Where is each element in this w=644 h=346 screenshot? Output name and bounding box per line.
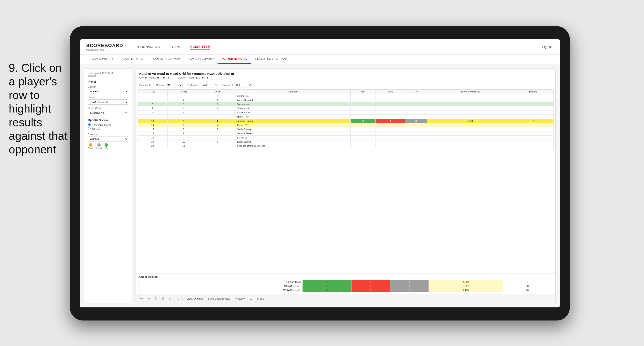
table-cell xyxy=(405,123,427,127)
sub-nav-team-h2h-grid[interactable]: TEAM H2H GRID xyxy=(117,54,147,64)
ood-rounds: 30 xyxy=(503,284,552,288)
ood-rounds: 2 xyxy=(503,280,552,284)
table-cell xyxy=(405,94,427,98)
table-row[interactable]: 31Esther Lee xyxy=(138,94,554,98)
logo-sub: Powered by clippi xyxy=(86,48,123,51)
table-cell: 20 xyxy=(138,144,168,148)
gender-select[interactable]: Women's xyxy=(88,89,128,94)
watch-button[interactable]: Watch ▾ xyxy=(234,297,246,301)
table-row[interactable]: Haejji Hyun xyxy=(138,115,554,119)
out-of-division: Out of division Foreign Team1004.5002NAI… xyxy=(136,273,555,294)
table-row[interactable]: 613Sydney Kuo xyxy=(138,102,554,106)
opponents-played-option[interactable]: Opponents Played xyxy=(88,123,128,126)
table-cell xyxy=(427,111,513,115)
table-cell: 3 xyxy=(200,111,236,115)
table-row[interactable]: 1822Euna Lee xyxy=(138,136,554,140)
table-cell: 4 xyxy=(200,106,236,111)
col-loss: Loss xyxy=(376,90,405,94)
player-rank-select[interactable]: 8. Katelyn Vo xyxy=(88,110,128,115)
table-cell xyxy=(376,98,405,102)
table-row[interactable]: 1063Andrea York xyxy=(138,111,554,115)
col-opponent: Opponent xyxy=(236,90,350,94)
ood-row[interactable]: NAIA Division 115009.26730 xyxy=(140,284,552,288)
division-select[interactable]: NCAA Division III xyxy=(88,99,128,105)
opponent-view-title: Opponent view xyxy=(88,118,128,122)
nav-item-tournaments[interactable]: TOURNAMENTS xyxy=(136,44,162,50)
sub-nav-team-h2h-heatmap[interactable]: TEAM H2H HEATMAP xyxy=(147,54,184,64)
table-cell: Euna Lee xyxy=(236,136,350,140)
table-cell xyxy=(350,144,376,148)
sub-nav-team-summary[interactable]: TEAM SUMMARY xyxy=(86,54,117,64)
legend-up: Up xyxy=(104,143,108,150)
table-row[interactable]: 20117Federica Domecq Lacroze xyxy=(138,144,554,148)
table-cell xyxy=(427,132,513,136)
redo-button[interactable]: ↪ xyxy=(146,296,151,301)
table-row[interactable]: 914Sharon Mun xyxy=(138,106,554,111)
table-row[interactable]: 1474Eunice Yi xyxy=(138,123,554,127)
opponent-select[interactable]: (All) xyxy=(234,83,252,87)
table-cell xyxy=(427,106,513,111)
table-cell: 1 xyxy=(376,119,405,123)
nav-item-committee[interactable]: COMMITTEE xyxy=(190,44,210,50)
table-cell xyxy=(513,132,554,136)
table-cell: Stella Cheng xyxy=(236,127,350,132)
table-cell: Federica Domecq Lacroze xyxy=(236,144,350,148)
table-cell: 2 xyxy=(200,136,236,140)
table-cell: 2 xyxy=(168,136,200,140)
sub-nav-player-h2h-grid[interactable]: PLAYER H2H GRID xyxy=(218,54,251,64)
table-cell: 16 xyxy=(138,132,168,136)
ood-diff: 4.500 xyxy=(428,280,503,284)
table-cell: 6 xyxy=(168,111,200,115)
table-cell xyxy=(350,106,376,111)
table-cell: 14 xyxy=(138,123,168,127)
table-row[interactable]: 1691Jessica Mason xyxy=(138,132,554,136)
table-cell: Eunice Yi xyxy=(236,123,350,127)
ood-diff: 9.267 xyxy=(428,284,503,288)
sub-nav-player-summary[interactable]: PLAYER SUMMARY xyxy=(184,54,218,64)
share-button[interactable]: Share xyxy=(256,297,266,301)
ood-table: Foreign Team1004.5002NAIA Division 11500… xyxy=(139,280,552,292)
sign-out-button[interactable]: Sign out xyxy=(542,45,554,49)
legend: Down Level Up xyxy=(88,143,128,150)
table-cell xyxy=(376,123,405,127)
undo-button[interactable]: ↩ xyxy=(139,296,144,301)
circle-button[interactable]: ○ xyxy=(168,296,172,301)
conference-label: Conference xyxy=(187,84,199,86)
table-cell: 1 xyxy=(200,94,236,98)
conference-select[interactable]: (All) xyxy=(200,83,218,87)
top100-option[interactable]: Top 100 xyxy=(88,127,128,130)
table-row[interactable]: 131▶Jessica Huang010-3.002 xyxy=(138,119,554,123)
ood-win: 15 xyxy=(302,284,352,288)
view-original-button[interactable]: View: Original xyxy=(185,297,204,301)
col-diff: Diff Av Strokes/Rnd xyxy=(427,90,513,94)
sub-nav-player-h2h-heatmap[interactable]: PLAYER H2H HEATMAP xyxy=(251,54,291,64)
table-cell xyxy=(405,102,427,106)
ood-diff: 7.400 xyxy=(428,288,503,292)
save-custom-button[interactable]: Save Custom View xyxy=(206,297,231,301)
more-button[interactable]: … xyxy=(175,296,180,301)
data-table-wrap: # Div # Reg # Conf Opponent Win Loss Tie… xyxy=(136,89,555,273)
table-cell xyxy=(350,111,376,115)
ood-row[interactable]: NCAA Division 25007.40010 xyxy=(140,288,552,292)
table-row[interactable]: 19106Emily Chang xyxy=(138,140,554,144)
grid-button[interactable]: ⊞ xyxy=(161,296,166,301)
colour-by-select[interactable]: Win/loss xyxy=(88,136,128,142)
table-cell xyxy=(427,94,513,98)
table-cell: Andrea York xyxy=(236,111,350,115)
ood-loss: 0 xyxy=(351,284,390,288)
ood-title: Out of division xyxy=(139,275,552,278)
region-select[interactable]: (All) xyxy=(165,83,182,87)
screenshot-button[interactable]: ⊙ xyxy=(249,296,253,301)
table-cell: 1 xyxy=(168,106,200,111)
ood-row[interactable]: Foreign Team1004.5002 xyxy=(140,280,552,284)
table-row[interactable]: 1585Stella Cheng xyxy=(138,127,554,132)
nav-item-teams[interactable]: TEAMS xyxy=(170,44,182,50)
opponents-filter-group: Opponents: xyxy=(139,84,152,86)
conference-filter-group: Conference (All) xyxy=(187,83,218,87)
table-row[interactable]: 522Alexis Sudjianto xyxy=(138,98,554,102)
refresh-button[interactable]: ↻ xyxy=(154,296,158,301)
table-cell: Sharon Mun xyxy=(236,106,350,111)
table-cell: 18 xyxy=(138,136,168,140)
table-cell: 15 xyxy=(138,127,168,132)
toolbar-sep1 xyxy=(182,297,183,301)
